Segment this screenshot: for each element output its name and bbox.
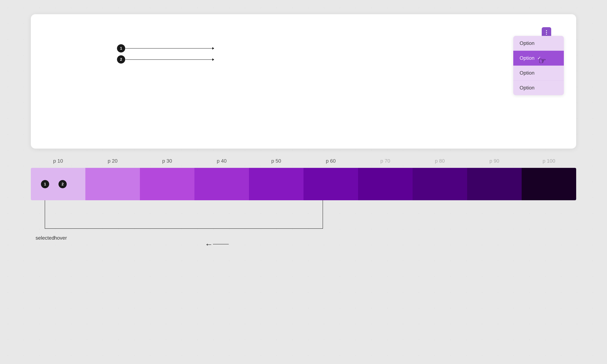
palette-label-p30: p 30	[140, 158, 194, 164]
swatch-p30	[140, 168, 194, 200]
swatch-p20	[85, 168, 140, 200]
cursor-hand-icon: ☞	[538, 57, 546, 65]
bracket-right-vertical	[323, 200, 323, 229]
swatch-p100	[522, 168, 576, 200]
palette-label-p50: p 50	[249, 158, 304, 164]
arrowhead-2	[212, 58, 214, 61]
dropdown-item-3[interactable]: Option	[513, 65, 564, 80]
swatch-p10	[31, 168, 85, 200]
badge-1: 1	[117, 44, 125, 52]
badge-2: 2	[117, 55, 125, 64]
palette-label-p70: p 70	[358, 158, 413, 164]
diagram-area: ← selected hover	[31, 200, 576, 256]
palette-label-p100: p 100	[522, 158, 576, 164]
vertical-dots-icon	[546, 30, 547, 35]
bracket-left-vertical	[45, 200, 45, 229]
arrow-line-ext	[213, 244, 229, 244]
main-card: Option Option ✓ Option Option 1 2	[31, 14, 576, 149]
option-4-label: Option	[520, 85, 534, 91]
palette-badge-2: 2	[58, 180, 67, 188]
swatch-p40	[194, 168, 249, 200]
hover-label: hover	[54, 235, 67, 241]
palette-label-p80: p 80	[413, 158, 467, 164]
swatch-p50	[249, 168, 304, 200]
swatch-p70	[358, 168, 413, 200]
left-arrow-indicator: ←	[205, 239, 229, 249]
arrow-line-1	[125, 48, 213, 49]
palette-label-p90: p 90	[467, 158, 522, 164]
option-1-label: Option	[520, 40, 534, 46]
arrowhead-1	[212, 47, 214, 50]
palette-label-p40: p 40	[194, 158, 249, 164]
arrow-line-2	[125, 59, 213, 60]
palette-label-p10: p 10	[31, 158, 85, 164]
option-2-label: Option	[520, 55, 534, 61]
swatch-p80	[413, 168, 467, 200]
palette-swatches: 1 2	[31, 168, 576, 200]
swatch-p60	[304, 168, 358, 200]
swatch-p90	[467, 168, 522, 200]
palette-badge-1: 1	[41, 180, 49, 188]
palette-label-p20: p 20	[85, 158, 140, 164]
dropdown-item-4[interactable]: Option	[513, 80, 564, 95]
palette-label-p60: p 60	[304, 158, 358, 164]
left-arrow-icon: ←	[205, 239, 213, 249]
palette-section: p 10 p 20 p 30 p 40 p 50 p 60 p 70 p 80 …	[0, 158, 607, 256]
selected-label: selected	[36, 235, 54, 241]
option-3-label: Option	[520, 70, 534, 76]
dropdown-item-1[interactable]: Option	[513, 36, 564, 51]
bracket-horizontal	[45, 228, 323, 229]
palette-labels-row: p 10 p 20 p 30 p 40 p 50 p 60 p 70 p 80 …	[0, 158, 607, 164]
